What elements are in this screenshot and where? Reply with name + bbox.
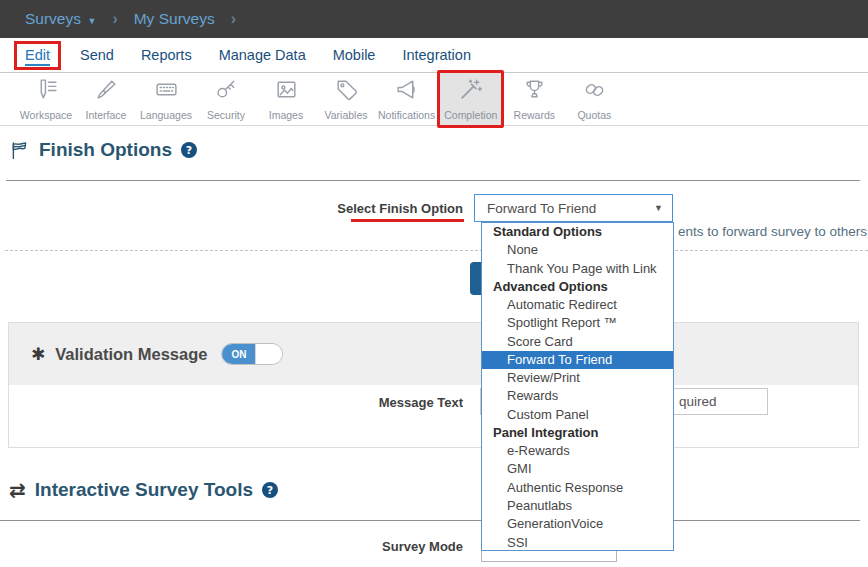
toolbar-item-workspace[interactable]: Workspace <box>16 74 76 124</box>
toggle-knob <box>255 344 282 364</box>
dropdown-option[interactable]: None <box>482 241 673 259</box>
finish-option-select[interactable]: Forward To Friend ▼ <box>474 194 673 222</box>
validation-panel-header: ✱ Validation Message ON <box>9 323 858 385</box>
interactive-tools-heading: ⇄ Interactive Survey Tools ? <box>9 478 278 502</box>
toolbar-item-label: Notifications <box>378 109 435 121</box>
dropdown-option[interactable]: GMI <box>482 460 673 478</box>
section-title: Interactive Survey Tools <box>35 479 253 501</box>
toggle-on-label: ON <box>222 344 255 364</box>
pencil-list-icon <box>34 77 59 106</box>
toolbar-item-label: Security <box>207 109 245 121</box>
toolbar-item-interface[interactable]: Interface <box>76 74 136 124</box>
toolbar-item-label: Variables <box>325 109 368 121</box>
paintbrush-icon <box>94 77 119 106</box>
selected-value: Forward To Friend <box>487 201 596 216</box>
tab-manage-data[interactable]: Manage Data <box>219 47 306 63</box>
survey-mode-label: Survey Mode <box>303 539 463 554</box>
dropdown-option[interactable]: Automatic Redirect <box>482 296 673 314</box>
dropdown-option[interactable]: Peanutlabs <box>482 497 673 515</box>
toolbar-item-label: Completion <box>444 109 497 121</box>
app-window: Surveys ▼ › My Surveys › Edit Send Repor… <box>0 0 868 567</box>
chevron-down-icon: ▼ <box>654 203 663 213</box>
select-finish-option-label: Select Finish Option <box>303 201 463 216</box>
toolbar-item-label: Quotas <box>577 109 611 121</box>
section-divider <box>6 180 860 181</box>
picture-icon <box>274 77 299 106</box>
breadcrumb-surveys[interactable]: Surveys ▼ <box>25 10 96 28</box>
toolbar-item-rewards[interactable]: Rewards <box>504 74 564 124</box>
keyboard-icon <box>154 77 179 106</box>
tab-reports[interactable]: Reports <box>141 47 192 63</box>
message-text-label: Message Text <box>303 395 463 410</box>
dropdown-option[interactable]: Rewards <box>482 387 673 405</box>
toolbar-item-quotas[interactable]: Quotas <box>564 74 624 124</box>
dashed-divider <box>5 250 868 251</box>
toolbar-item-security[interactable]: Security <box>196 74 256 124</box>
validation-toggle[interactable]: ON <box>221 343 283 365</box>
key-icon <box>214 77 239 106</box>
dropdown-option[interactable]: e-Rewards <box>482 442 673 460</box>
page-title: Finish Options <box>39 139 172 161</box>
toolbar-item-label: Images <box>269 109 303 121</box>
chevron-down-icon: ▼ <box>87 16 96 26</box>
icon-toolbar: Workspace Interface Languages Security I… <box>0 73 868 126</box>
toolbar-item-label: Rewards <box>514 109 555 121</box>
dropdown-option[interactable]: Custom Panel <box>482 406 673 424</box>
tab-integration[interactable]: Integration <box>402 47 471 63</box>
trophy-icon <box>522 77 547 106</box>
dropdown-group-header: Standard Options <box>482 223 673 241</box>
section-divider <box>0 520 860 521</box>
dropdown-option-selected[interactable]: Forward To Friend <box>482 351 673 369</box>
help-icon[interactable]: ? <box>181 142 197 158</box>
asterisk-icon: ✱ <box>31 344 45 364</box>
help-icon[interactable]: ? <box>262 482 278 498</box>
annotation-underline <box>351 219 464 222</box>
tab-send[interactable]: Send <box>80 47 114 63</box>
toolbar-item-label: Languages <box>140 109 192 121</box>
toolbar-item-label: Workspace <box>20 109 72 121</box>
finish-option-dropdown: Standard Options None Thank You Page wit… <box>481 222 674 551</box>
validation-message-panel: ✱ Validation Message ON <box>8 322 859 448</box>
toolbar-item-completion[interactable]: Completion <box>437 70 504 128</box>
dropdown-group-header: Panel Integration <box>482 424 673 442</box>
toolbar-item-notifications[interactable]: Notifications <box>376 74 437 124</box>
toolbar-item-images[interactable]: Images <box>256 74 316 124</box>
breadcrumb-surveys-label: Surveys <box>25 10 81 27</box>
annotation-box-edit: Edit <box>14 41 61 70</box>
dropdown-option[interactable]: Authentic Response <box>482 479 673 497</box>
dropdown-option[interactable]: Score Card <box>482 333 673 351</box>
tab-mobile[interactable]: Mobile <box>333 47 376 63</box>
tab-edit[interactable]: Edit <box>25 47 50 66</box>
forward-description-fragment: ents to forward survey to others. ? <box>678 223 868 239</box>
breadcrumb-separator-icon: › <box>231 10 236 28</box>
breadcrumb-separator-icon: › <box>112 10 117 28</box>
swap-arrows-icon: ⇄ <box>9 478 26 502</box>
tag-icon <box>334 77 359 106</box>
dropdown-option[interactable]: GenerationVoice <box>482 515 673 533</box>
dropdown-option[interactable]: Thank You Page with Link <box>482 260 673 278</box>
breadcrumb-my-surveys[interactable]: My Surveys <box>134 10 215 28</box>
toolbar-item-label: Interface <box>86 109 127 121</box>
megaphone-icon <box>394 77 419 106</box>
breadcrumb: Surveys ▼ › My Surveys › <box>0 0 868 38</box>
dropdown-option[interactable]: Spotlight Report ™ <box>482 314 673 332</box>
dropdown-group-header: Advanced Options <box>482 278 673 296</box>
finish-flag-icon <box>9 140 30 161</box>
validation-panel-title: Validation Message <box>55 345 207 364</box>
dropdown-option[interactable]: Review/Print <box>482 369 673 387</box>
chain-links-icon <box>582 77 607 106</box>
magic-wand-icon <box>458 77 483 106</box>
finish-options-heading: Finish Options ? <box>9 139 197 161</box>
toolbar-item-languages[interactable]: Languages <box>136 74 196 124</box>
menu-bar: Edit Send Reports Manage Data Mobile Int… <box>0 38 868 73</box>
dropdown-option[interactable]: SSI <box>482 534 673 551</box>
message-text-fragment: quired <box>679 394 717 409</box>
toolbar-item-variables[interactable]: Variables <box>316 74 376 124</box>
